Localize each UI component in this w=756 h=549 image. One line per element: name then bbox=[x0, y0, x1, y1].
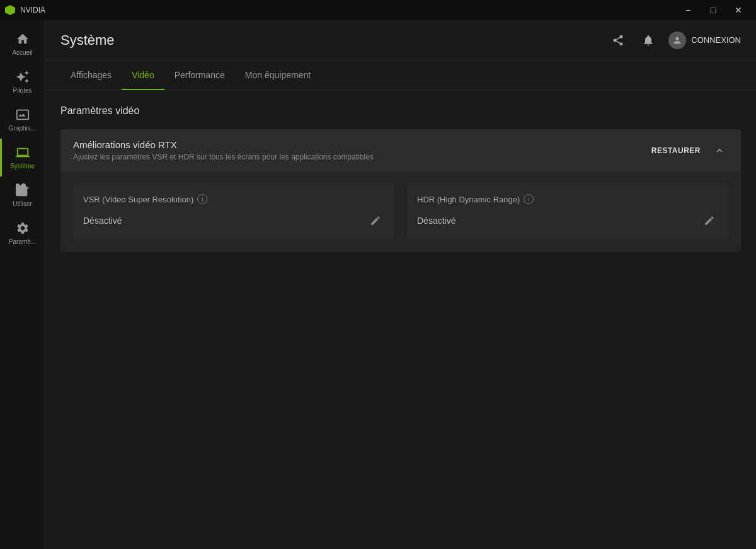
card-description: Ajustez les paramètres VSR et HDR sur to… bbox=[73, 153, 374, 161]
drivers-icon bbox=[15, 69, 30, 84]
sidebar-item-graphiques[interactable]: Graphis... bbox=[0, 101, 45, 139]
share-button[interactable] bbox=[608, 30, 628, 50]
user-icon bbox=[672, 35, 682, 45]
hdr-edit-button[interactable] bbox=[701, 212, 718, 229]
sidebar-label-parametres: Paramè... bbox=[9, 238, 36, 246]
sidebar-item-parametres[interactable]: Paramè... bbox=[0, 214, 45, 252]
edit-icon bbox=[370, 215, 381, 226]
vsr-setting: VSR (Video Super Resolution) i Désactivé bbox=[73, 184, 394, 240]
avatar bbox=[668, 32, 686, 49]
page-title: Système bbox=[60, 32, 115, 49]
sidebar-item-pilotes[interactable]: Pilotes bbox=[0, 63, 45, 101]
hdr-info-icon[interactable]: i bbox=[524, 194, 534, 204]
section-title: Paramètres vidéo bbox=[60, 105, 741, 117]
notification-button[interactable] bbox=[638, 30, 658, 50]
page-content: Paramètres vidéo Améliorations vidéo RTX… bbox=[45, 90, 756, 549]
settings-icon bbox=[15, 221, 30, 236]
card-header-actions: RESTAURER bbox=[651, 142, 728, 159]
tab-video[interactable]: Vidéo bbox=[122, 61, 164, 90]
sidebar-label-pilotes: Pilotes bbox=[13, 87, 32, 95]
vsr-edit-button[interactable] bbox=[367, 212, 384, 229]
content-area: Système bbox=[45, 20, 756, 549]
tab-mon-equipement[interactable]: Mon équipement bbox=[235, 61, 321, 90]
graphics-icon bbox=[15, 107, 30, 122]
hdr-label-text: HDR (High Dynamic Range) bbox=[417, 195, 520, 204]
rtx-video-card: Améliorations vidéo RTX Ajustez les para… bbox=[60, 129, 741, 252]
header-actions: CONNEXION bbox=[608, 30, 741, 50]
titlebar: NVIDIA − □ ✕ bbox=[0, 0, 756, 20]
card-body: VSR (Video Super Resolution) i Désactivé bbox=[60, 171, 741, 252]
collapse-button[interactable] bbox=[711, 142, 728, 159]
hdr-label-row: HDR (High Dynamic Range) i bbox=[417, 194, 718, 204]
titlebar-controls: − □ ✕ bbox=[675, 0, 751, 20]
chevron-up-icon bbox=[714, 145, 725, 156]
notification-icon bbox=[642, 34, 655, 47]
card-title: Améliorations vidéo RTX bbox=[73, 139, 374, 150]
sidebar-item-systeme[interactable]: Système bbox=[0, 139, 45, 176]
sidebar-item-utiliser[interactable]: Utiliser bbox=[0, 176, 45, 214]
vsr-value: Désactivé bbox=[83, 216, 122, 226]
maximize-button[interactable]: □ bbox=[701, 0, 726, 20]
tab-performance[interactable]: Performance bbox=[164, 61, 235, 90]
hdr-value: Désactivé bbox=[417, 216, 455, 226]
home-icon bbox=[15, 32, 30, 47]
minimize-button[interactable]: − bbox=[675, 0, 701, 20]
sidebar: Accueil Pilotes Graphis... bbox=[0, 20, 45, 549]
system-icon bbox=[15, 145, 30, 160]
app-container: Accueil Pilotes Graphis... bbox=[0, 20, 756, 549]
connexion-label: CONNEXION bbox=[691, 35, 741, 45]
nvidia-logo-icon bbox=[5, 5, 15, 15]
sidebar-item-accueil[interactable]: Accueil bbox=[0, 25, 45, 63]
tab-affichages[interactable]: Affichages bbox=[60, 61, 122, 90]
use-icon bbox=[15, 183, 30, 198]
edit-icon bbox=[704, 215, 715, 226]
sidebar-label-systeme: Système bbox=[10, 163, 35, 170]
header: Système bbox=[45, 20, 756, 61]
share-icon bbox=[612, 34, 624, 47]
sidebar-label-accueil: Accueil bbox=[12, 49, 32, 57]
connexion-button[interactable]: CONNEXION bbox=[668, 32, 741, 49]
titlebar-title: NVIDIA bbox=[20, 6, 45, 14]
close-button[interactable]: ✕ bbox=[726, 0, 751, 20]
hdr-setting: HDR (High Dynamic Range) i Désactivé bbox=[407, 184, 728, 240]
vsr-label-text: VSR (Video Super Resolution) bbox=[83, 195, 193, 204]
tabs-bar: Affichages Vidéo Performance Mon équipem… bbox=[45, 61, 756, 90]
vsr-value-row: Désactivé bbox=[83, 212, 384, 229]
restore-button[interactable]: RESTAURER bbox=[651, 146, 701, 155]
vsr-info-icon[interactable]: i bbox=[197, 194, 207, 204]
sidebar-label-utiliser: Utiliser bbox=[13, 200, 32, 208]
titlebar-left: NVIDIA bbox=[5, 5, 45, 15]
sidebar-label-graphiques: Graphis... bbox=[9, 125, 36, 132]
card-header-info: Améliorations vidéo RTX Ajustez les para… bbox=[73, 139, 374, 161]
hdr-value-row: Désactivé bbox=[417, 212, 718, 229]
vsr-label-row: VSR (Video Super Resolution) i bbox=[83, 194, 384, 204]
card-header: Améliorations vidéo RTX Ajustez les para… bbox=[60, 129, 741, 171]
